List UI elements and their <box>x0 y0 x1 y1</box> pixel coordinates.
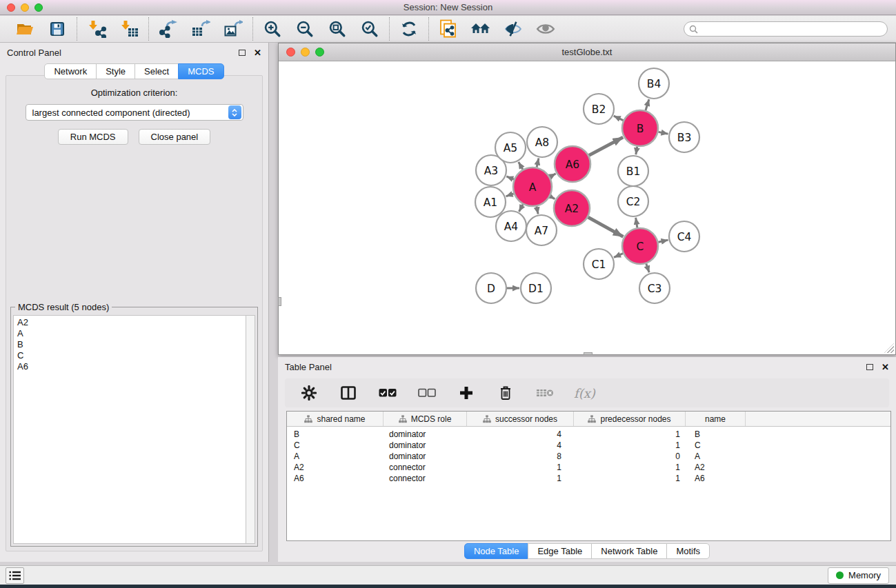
table-cell[interactable]: 1 <box>574 463 686 472</box>
zoom-selected-button[interactable] <box>359 19 380 39</box>
table-cell[interactable]: C <box>287 440 384 450</box>
column-header-predecessor-nodes[interactable]: predecessor nodes <box>574 412 686 426</box>
result-item[interactable]: A2 <box>17 317 242 328</box>
close-panel-icon[interactable]: ✕ <box>254 48 261 57</box>
export-image-button[interactable] <box>223 19 243 39</box>
network-canvas[interactable]: AA1A2A3A4A5A6A7A8BB1B2B3B4CC1C2C3C4DD1 <box>279 61 895 354</box>
result-scrollbar[interactable] <box>246 315 255 544</box>
table-cell[interactable]: 1 <box>467 474 574 483</box>
edge-C-C2[interactable] <box>636 218 637 228</box>
search-field[interactable] <box>684 21 888 37</box>
node-C3[interactable]: C3 <box>639 273 670 303</box>
edge-B-B1[interactable] <box>636 147 637 155</box>
result-item[interactable]: A6 <box>17 361 242 372</box>
edge-B-B3[interactable] <box>658 132 668 134</box>
node-C1[interactable]: C1 <box>584 249 614 279</box>
tab-mcds[interactable]: MCDS <box>178 63 223 79</box>
table-cell[interactable]: connector <box>384 474 467 483</box>
node-A2[interactable]: A2 <box>554 190 590 226</box>
edge-A-A4[interactable] <box>519 204 523 211</box>
table-cell[interactable]: B <box>287 429 384 439</box>
float-panel-icon[interactable] <box>239 50 246 56</box>
zoom-in-button[interactable] <box>262 19 283 39</box>
node-A5[interactable]: A5 <box>495 132 526 163</box>
table-row[interactable]: Bdominator41B <box>287 429 890 440</box>
deselect-all-rows-button[interactable] <box>417 383 437 403</box>
memory-button[interactable]: Memory <box>828 567 889 584</box>
node-A4[interactable]: A4 <box>496 211 526 241</box>
node-B[interactable]: B <box>622 110 658 146</box>
table-cell[interactable]: C <box>686 440 746 450</box>
minimize-window-button[interactable] <box>21 3 29 12</box>
optimization-criterion-select[interactable]: largest connected component (directed) <box>26 104 243 121</box>
table-cell[interactable]: B <box>686 429 746 439</box>
result-item[interactable]: B <box>17 339 242 350</box>
tab-network[interactable]: Network <box>44 63 97 79</box>
table-cell[interactable]: 1 <box>574 440 686 450</box>
edge-C-C1[interactable] <box>614 254 623 258</box>
table-cell[interactable]: dominator <box>384 429 467 439</box>
network-window-titlebar[interactable]: testGlobe.txt <box>279 43 895 61</box>
network-minimize-button[interactable] <box>301 48 310 57</box>
node-B2[interactable]: B2 <box>584 94 614 124</box>
table-cell[interactable]: A2 <box>287 463 384 472</box>
table-cell[interactable]: 1 <box>574 474 686 483</box>
edge-A2-C[interactable] <box>588 217 624 236</box>
tab-motifs[interactable]: Motifs <box>666 543 710 559</box>
zoom-out-button[interactable] <box>295 19 315 39</box>
node-table[interactable]: shared nameMCDS rolesuccessor nodesprede… <box>286 411 891 541</box>
delete-table-button[interactable] <box>535 383 555 403</box>
network-graph[interactable]: AA1A2A3A4A5A6A7A8BB1B2B3B4CC1C2C3C4DD1 <box>279 61 895 354</box>
table-settings-button[interactable] <box>299 383 319 403</box>
table-cell[interactable]: 0 <box>574 452 686 461</box>
edge-C-C3[interactable] <box>646 264 649 273</box>
column-header-name[interactable]: name <box>686 412 746 426</box>
table-row[interactable]: A6connector11A6 <box>287 473 890 484</box>
float-table-panel-icon[interactable] <box>866 364 873 370</box>
edge-A-A2[interactable] <box>550 196 555 199</box>
zoom-fit-button[interactable] <box>327 19 348 39</box>
edge-A-A7[interactable] <box>537 206 538 214</box>
run-mcds-button[interactable]: Run MCDS <box>58 129 128 145</box>
column-header-shared-name[interactable]: shared name <box>287 412 384 426</box>
search-input[interactable] <box>701 24 882 34</box>
mcds-result-list[interactable]: A2ABCA6 <box>13 315 246 544</box>
delete-columns-button[interactable] <box>495 383 516 403</box>
node-A6[interactable]: A6 <box>555 146 590 182</box>
close-window-button[interactable] <box>7 3 15 12</box>
tab-edge-table[interactable]: Edge Table <box>528 543 592 559</box>
home-button[interactable] <box>470 19 491 39</box>
show-columns-button[interactable] <box>338 383 359 403</box>
left-scroll-grip[interactable] <box>278 297 281 306</box>
table-row[interactable]: Cdominator41C <box>287 440 890 451</box>
table-cell[interactable]: 1 <box>574 429 686 439</box>
export-table-button[interactable] <box>190 19 211 39</box>
node-B3[interactable]: B3 <box>669 122 699 152</box>
node-C[interactable]: C <box>622 228 658 264</box>
node-A[interactable]: A <box>513 168 552 206</box>
tab-style[interactable]: Style <box>96 63 135 79</box>
show-details-button[interactable] <box>535 19 556 39</box>
column-header-successor-nodes[interactable]: successor nodes <box>467 412 574 426</box>
edge-A-A5[interactable] <box>519 162 523 170</box>
edge-C-C4[interactable] <box>658 240 668 242</box>
close-panel-button[interactable]: Close panel <box>139 129 211 145</box>
column-header-mcds-role[interactable]: MCDS role <box>384 412 467 426</box>
result-item[interactable]: A <box>17 328 242 339</box>
table-cell[interactable]: 8 <box>467 452 574 461</box>
edge-A6-B[interactable] <box>589 137 623 155</box>
maximize-window-button[interactable] <box>34 3 43 12</box>
export-network-button[interactable] <box>158 19 179 39</box>
node-C4[interactable]: C4 <box>669 221 699 252</box>
node-B1[interactable]: B1 <box>618 156 648 186</box>
close-table-panel-icon[interactable]: ✕ <box>882 363 889 372</box>
node-C2[interactable]: C2 <box>618 186 648 216</box>
add-column-button[interactable] <box>456 383 477 403</box>
edge-B-B2[interactable] <box>614 116 624 120</box>
edge-B-B4[interactable] <box>646 99 649 110</box>
table-cell[interactable]: A2 <box>686 463 746 472</box>
tab-network-table[interactable]: Network Table <box>591 543 667 559</box>
table-cell[interactable]: A6 <box>287 474 384 483</box>
edge-A-A3[interactable] <box>506 176 514 179</box>
table-cell[interactable]: A <box>287 452 384 461</box>
